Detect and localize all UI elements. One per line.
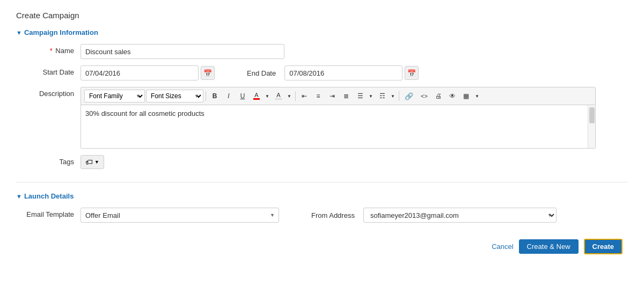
print-button[interactable]: 🖨 (432, 90, 445, 102)
launch-row: Email Template Offer Email From Address … (16, 208, 628, 223)
description-row: Description Font Family Font Sizes B I (16, 87, 628, 149)
launch-details-label: Launch Details (24, 192, 74, 200)
italic-button[interactable]: I (222, 90, 235, 102)
footer-buttons: Cancel Create & New Create (16, 239, 628, 254)
tags-button[interactable]: 🏷 ▼ (80, 155, 104, 169)
list-ol-button[interactable]: ☶ (376, 90, 389, 102)
link-button[interactable]: 🔗 (401, 90, 416, 102)
font-color-dropdown[interactable]: ▼ (264, 90, 271, 102)
toolbar-sep-2 (295, 91, 296, 101)
email-template-label: Email Template (16, 208, 80, 218)
from-address-label: From Address (311, 211, 355, 219)
cancel-button[interactable]: Cancel (492, 243, 513, 251)
font-sizes-select[interactable]: Font Sizes (146, 90, 203, 102)
end-date-label: End Date (247, 69, 276, 77)
table-button[interactable]: ▦ (460, 90, 473, 102)
name-label: * Name (16, 44, 80, 55)
start-date-input[interactable] (80, 65, 199, 80)
date-row: Start Date 📅 End Date 📅 (16, 65, 628, 80)
align-left-button[interactable]: ⇤ (298, 90, 311, 102)
from-address-wrapper: sofiameyer2013@gmail.com (363, 208, 557, 223)
required-indicator: * (50, 47, 53, 55)
name-input[interactable] (80, 44, 284, 59)
list-ol-dropdown[interactable]: ▼ (389, 90, 397, 102)
toolbar-sep-3 (399, 91, 399, 101)
campaign-info-header[interactable]: ▼ Campaign Information (16, 28, 628, 36)
campaign-info-section: ▼ Campaign Information * Name Start Date… (16, 28, 628, 169)
bg-color-dropdown-arrow: ▼ (287, 94, 291, 99)
from-address-group: From Address sofiameyer2013@gmail.com (311, 208, 557, 223)
bg-color-wrapper: A ▼ (272, 90, 293, 102)
campaign-info-label: Campaign Information (24, 28, 98, 36)
list-ul-wrapper: ☰ ▼ (354, 90, 375, 102)
bg-color-icon: A (275, 92, 282, 100)
tags-dropdown-arrow: ▼ (94, 159, 99, 165)
editor-scrollbar (588, 105, 595, 148)
list-ul-dropdown[interactable]: ▼ (367, 90, 375, 102)
launch-details-section: ▼ Launch Details Email Template Offer Em… (16, 192, 628, 223)
font-color-button[interactable]: A (250, 90, 263, 102)
start-date-calendar-icon[interactable]: 📅 (201, 66, 215, 80)
preview-button[interactable]: 👁 (446, 90, 459, 102)
create-button[interactable]: Create (584, 239, 623, 254)
table-dropdown[interactable]: ▼ (473, 90, 481, 102)
toolbar-sep-1 (206, 91, 206, 101)
justify-button[interactable]: ≣ (340, 90, 353, 102)
underline-button[interactable]: U (236, 90, 249, 102)
end-date-calendar-icon[interactable]: 📅 (405, 66, 419, 80)
editor-body: 30% discount for all cosmetic products (81, 105, 595, 148)
start-date-wrapper: 📅 (80, 65, 215, 80)
list-ul-button[interactable]: ☰ (354, 90, 367, 102)
description-editor: Font Family Font Sizes B I U A (80, 87, 596, 149)
campaign-info-chevron: ▼ (16, 30, 22, 36)
launch-details-chevron: ▼ (16, 193, 22, 200)
launch-details-header[interactable]: ▼ Launch Details (16, 192, 628, 200)
end-date-wrapper: 📅 (284, 65, 419, 80)
tag-icon: 🏷 (85, 158, 93, 166)
bg-color-button[interactable]: A (272, 90, 285, 102)
date-group-container: 📅 End Date 📅 (80, 65, 419, 80)
email-template-wrapper: Offer Email (80, 208, 279, 223)
end-date-input[interactable] (284, 65, 402, 80)
from-address-select[interactable]: sofiameyer2013@gmail.com (363, 208, 557, 223)
bg-color-dropdown[interactable]: ▼ (286, 90, 293, 102)
font-color-wrapper: A ▼ (250, 90, 271, 102)
create-new-button[interactable]: Create & New (519, 239, 579, 254)
name-row: * Name (16, 44, 628, 59)
tags-label: Tags (16, 155, 80, 166)
editor-toolbar: Font Family Font Sizes B I U A (81, 87, 595, 105)
code-button[interactable]: <> (418, 90, 431, 102)
align-center-button[interactable]: ≡ (312, 90, 325, 102)
font-color-dropdown-arrow: ▼ (265, 94, 269, 99)
description-label: Description (16, 87, 80, 98)
description-text: 30% discount for all cosmetic products (85, 109, 204, 118)
align-right-button[interactable]: ⇥ (326, 90, 339, 102)
end-date-group: End Date 📅 (247, 65, 419, 80)
font-sizes-wrapper: Font Sizes (146, 90, 203, 102)
tags-row: Tags 🏷 ▼ (16, 155, 628, 169)
bold-button[interactable]: B (208, 90, 221, 102)
font-color-icon: A (253, 92, 260, 100)
page-title: Create Campaign (16, 11, 628, 20)
editor-content-area[interactable]: 30% discount for all cosmetic products (81, 105, 595, 148)
email-template-select[interactable]: Offer Email (80, 208, 279, 223)
scrollbar-thumb (589, 107, 595, 123)
list-ol-wrapper: ☶ ▼ (376, 90, 397, 102)
start-date-label: Start Date (16, 65, 80, 76)
section-divider (16, 182, 628, 182)
table-wrapper: ▦ ▼ (460, 90, 481, 102)
font-family-wrapper: Font Family (84, 90, 145, 102)
font-family-select[interactable]: Font Family (84, 90, 145, 102)
